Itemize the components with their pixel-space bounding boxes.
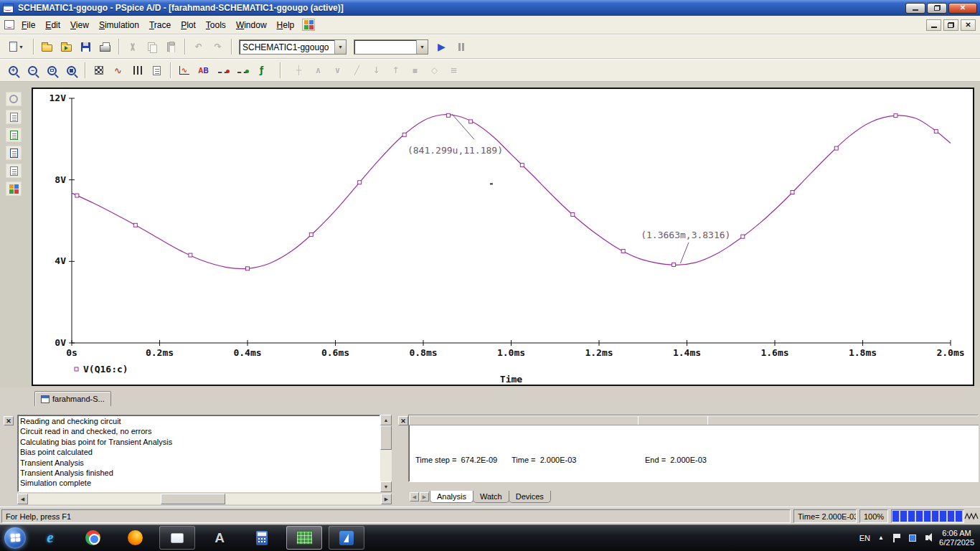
mark-current-button[interactable] xyxy=(233,62,251,80)
output-vertical-scrollbar[interactable]: ▲ ▼ xyxy=(380,415,392,492)
volume-icon[interactable] xyxy=(923,533,933,543)
mdi-restore-button[interactable] xyxy=(943,19,958,31)
cursor-annotation[interactable]: (841.299u,11.189) xyxy=(407,145,503,156)
print-button[interactable] xyxy=(96,38,114,56)
trace-expression-combo[interactable]: ▼ xyxy=(354,39,428,55)
scrollbar-thumb[interactable] xyxy=(161,494,225,504)
add-trace-button[interactable]: ∿ xyxy=(175,62,193,80)
mdi-minimize-button[interactable] xyxy=(926,19,941,31)
open-file-button[interactable] xyxy=(38,38,56,56)
chevron-down-icon[interactable]: ▼ xyxy=(334,40,346,54)
output-line: Simulation complete xyxy=(20,478,377,488)
x-tick-label: 2.0ms xyxy=(936,347,964,358)
zoom-out-button[interactable]: − xyxy=(24,62,42,80)
cursor-annotation[interactable]: (1.3663m,3.8316) xyxy=(641,230,730,240)
mdi-close-button[interactable]: ✕ xyxy=(961,19,976,31)
zoom-fit-button[interactable] xyxy=(62,62,80,80)
flag-icon[interactable] xyxy=(892,533,902,543)
data-point-marker xyxy=(520,164,524,167)
taskbar-calculator-button[interactable] xyxy=(244,526,280,550)
taskbar-design-manager-button[interactable] xyxy=(329,526,364,550)
docked-toolbar xyxy=(4,92,23,196)
cursor-max-button: ↑ xyxy=(387,62,405,80)
output-window-close-button[interactable]: ✕ xyxy=(4,416,14,425)
menu-simulation[interactable]: Simulation xyxy=(94,17,144,33)
menu-plot[interactable]: Plot xyxy=(176,17,201,33)
view-netlist-icon[interactable] xyxy=(6,146,22,160)
data-point-marker xyxy=(402,133,406,136)
simulation-profile-combo[interactable]: SCHEMATIC1-ggougo▼ xyxy=(239,39,347,55)
taskbar-firefox-button[interactable] xyxy=(117,526,153,550)
append-waveform-button[interactable] xyxy=(57,38,75,56)
scroll-left-icon[interactable]: ◀ xyxy=(17,494,28,504)
performance-analysis-button[interactable] xyxy=(128,62,146,80)
start-button[interactable] xyxy=(4,527,26,549)
status-window-close-button[interactable]: ✕ xyxy=(398,416,408,425)
taskbar-chrome-button[interactable] xyxy=(75,526,110,550)
taskbar-snipping-tool-button[interactable] xyxy=(159,526,195,550)
x-tick-label: 1.2ms xyxy=(585,347,613,358)
restore-button[interactable] xyxy=(927,3,947,14)
zoom-area-button[interactable] xyxy=(43,62,61,80)
output-horizontal-scrollbar[interactable]: ◀ ▶ xyxy=(17,494,392,504)
status-column-header xyxy=(638,415,707,425)
run-simulation-button[interactable]: ▶ xyxy=(433,38,451,56)
document-icon[interactable] xyxy=(4,20,14,29)
view-output-file-icon[interactable] xyxy=(6,128,22,142)
legend-label: V(Q16:c) xyxy=(83,364,128,375)
scroll-down-icon[interactable]: ▼ xyxy=(380,481,392,492)
new-file-button[interactable]: ▼ xyxy=(4,38,29,56)
menu-tools[interactable]: Tools xyxy=(201,17,231,33)
data-point-marker xyxy=(133,223,137,227)
fft-button[interactable]: ∿ xyxy=(109,62,127,80)
menu-help[interactable]: Help xyxy=(272,17,300,33)
status-tab-devices[interactable]: Devices xyxy=(509,491,551,503)
menu-view[interactable]: View xyxy=(65,17,94,33)
menu-edit[interactable]: Edit xyxy=(40,17,65,33)
data-point-marker xyxy=(309,233,313,237)
chevron-down-icon[interactable]: ▼ xyxy=(416,40,428,54)
view-output-file-button[interactable] xyxy=(148,62,166,80)
language-indicator[interactable]: EN xyxy=(859,534,870,542)
sim-status-field: Time step = 674.2E-09 xyxy=(415,456,497,464)
document-tab[interactable]: farahmand-S... xyxy=(34,391,111,406)
evaluate-measurement-button[interactable]: ƒ xyxy=(253,62,270,80)
menu-window[interactable]: Window xyxy=(231,17,272,33)
document-tab-bar: farahmand-S... xyxy=(0,387,980,406)
close-button[interactable]: ✕ xyxy=(948,3,977,14)
add-text-label-button[interactable]: AB xyxy=(194,62,212,80)
app-tray-icon[interactable] xyxy=(908,533,918,543)
x-tick-label: 0s xyxy=(66,347,77,358)
status-tab-analysis[interactable]: Analysis xyxy=(430,491,473,503)
view-circuit-file-icon[interactable] xyxy=(6,110,22,124)
taskbar-pspice-button[interactable] xyxy=(286,526,322,550)
clock[interactable]: 6:06 AM6/27/2025 xyxy=(939,529,974,547)
tab-scroll-right-icon[interactable]: ▶ xyxy=(420,492,429,501)
taskbar-autocad-button[interactable]: A xyxy=(202,526,237,550)
waveform-plot-window[interactable]: 0V4V8V12V0s0.2ms0.4ms0.6ms0.8ms1.0ms1.2m… xyxy=(32,88,974,386)
menubar: FileEditViewSimulationTracePlotToolsWind… xyxy=(0,16,980,34)
data-point-marker xyxy=(246,267,250,270)
trace-v-q16-c[interactable] xyxy=(72,115,951,269)
view-log-icon[interactable] xyxy=(6,164,22,178)
chevron-up-icon[interactable]: ▲ xyxy=(876,533,886,543)
minimize-button[interactable] xyxy=(905,3,925,14)
pspice-window: SCHEMATIC1-ggougo - PSpice A/D - [farahm… xyxy=(0,0,980,551)
x-log-axis-button[interactable] xyxy=(90,62,108,80)
mark-voltage-button[interactable] xyxy=(214,62,232,80)
save-file-button[interactable] xyxy=(77,38,95,56)
menu-trace[interactable]: Trace xyxy=(144,17,176,33)
waveform-plot[interactable]: 0V4V8V12V0s0.2ms0.4ms0.6ms0.8ms1.0ms1.2m… xyxy=(33,89,973,385)
toggle-cursor-button: ┼ xyxy=(290,62,308,80)
tab-scroll-left-icon[interactable]: ◀ xyxy=(410,492,419,501)
menu-file[interactable]: File xyxy=(17,17,40,33)
simulation-queue-icon[interactable] xyxy=(6,92,22,106)
workspace-files-icon[interactable] xyxy=(6,182,22,196)
schematic-page-icon[interactable] xyxy=(302,19,315,31)
scroll-up-icon[interactable]: ▲ xyxy=(380,415,392,425)
scroll-right-icon[interactable]: ▶ xyxy=(381,494,392,504)
scrollbar-thumb[interactable] xyxy=(380,425,392,450)
status-tab-watch[interactable]: Watch xyxy=(473,491,509,503)
zoom-in-button[interactable]: + xyxy=(4,62,22,80)
taskbar-internet-explorer-button[interactable]: e xyxy=(32,526,68,550)
